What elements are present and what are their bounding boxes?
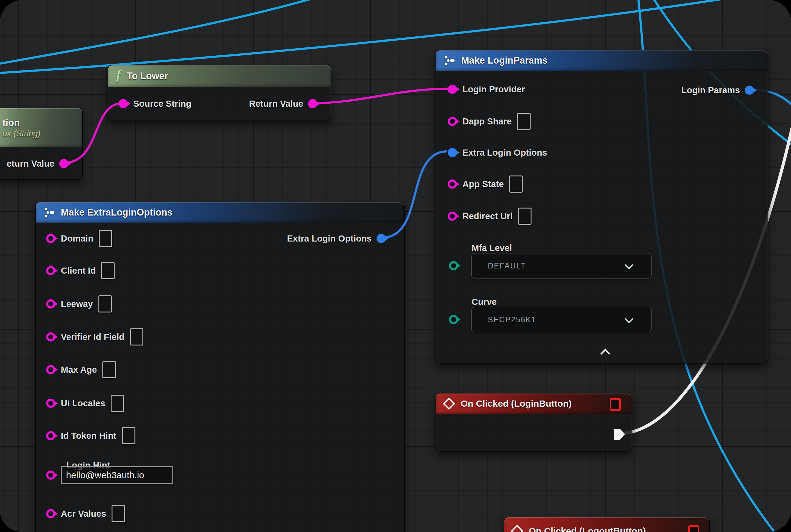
mfa-level-label: Mfa Level — [471, 243, 512, 253]
domain-label: Domain — [61, 233, 93, 244]
ui-locales-label: Ui Locales — [61, 398, 105, 408]
verifier-id-field-label: Verifier Id Field — [61, 332, 124, 342]
getter-return-value-label: eturn Value — [7, 159, 54, 169]
mfa-level-pin[interactable] — [449, 261, 458, 270]
login-hint-input[interactable]: hello@web3auth.io — [61, 466, 173, 484]
extra-login-options-out-pin[interactable] — [377, 234, 386, 243]
extra-login-options-in-label: Extra Login Options — [462, 148, 547, 158]
getter-title: tion — [2, 117, 20, 128]
max-age-value-box[interactable] — [102, 361, 116, 378]
client-id-value-box[interactable] — [101, 262, 115, 279]
login-hint-pin[interactable] — [46, 471, 55, 480]
wire-return-value-to-login-provider — [315, 89, 450, 103]
collapse-node-chevron-icon[interactable] — [600, 348, 610, 359]
acr-values-value-box[interactable] — [112, 505, 125, 522]
make-login-params-title: Make LoginParams — [461, 55, 548, 66]
make-extra-title: Make ExtraLoginOptions — [61, 207, 172, 218]
make-struct-icon — [44, 207, 55, 218]
exec-out-pin[interactable] — [614, 429, 625, 440]
id-token-hint-label: Id Token Hint — [61, 431, 116, 441]
client-id-pin[interactable] — [46, 266, 55, 275]
mfa-level-dropdown[interactable]: DEFAULT — [471, 253, 652, 279]
node-on-clicked-login-button[interactable]: On Clicked (LoginButton) — [436, 393, 632, 452]
leeway-value-box[interactable] — [98, 296, 112, 312]
event-diamond-icon — [443, 397, 456, 410]
acr-values-pin[interactable] — [46, 509, 55, 518]
curve-pin[interactable] — [449, 315, 458, 324]
login-provider-label: Login Provider — [462, 84, 525, 94]
blueprint-canvas[interactable]: tion ox (String) eturn Value f To Lower … — [0, 0, 791, 532]
return-value-pin[interactable] — [308, 99, 317, 108]
login-provider-pin[interactable] — [448, 85, 457, 94]
return-value-label: Return Value — [249, 99, 303, 109]
node-text-getter-partial[interactable]: tion ox (String) eturn Value — [0, 108, 83, 180]
extra-login-options-out-label: Extra Login Options — [287, 233, 372, 244]
curve-dropdown[interactable]: SECP256K1 — [471, 307, 652, 332]
leeway-pin[interactable] — [46, 299, 55, 308]
chevron-down-icon — [625, 315, 633, 323]
id-token-hint-value-box[interactable] — [122, 427, 135, 444]
curve-label: Curve — [471, 297, 497, 307]
ui-locales-value-box[interactable] — [111, 395, 124, 412]
node-to-lower[interactable]: f To Lower Source String Return Value — [108, 65, 331, 120]
max-age-label: Max Age — [61, 365, 97, 375]
mfa-level-value: DEFAULT — [488, 261, 526, 270]
dapp-share-value-box[interactable] — [517, 113, 530, 130]
on-clicked-logout-title: On Clicked (LogoutButton) — [529, 526, 646, 532]
event-diamond-icon — [511, 525, 524, 532]
source-string-label: Source String — [133, 99, 191, 109]
getter-return-value-pin[interactable] — [59, 159, 69, 168]
app-state-label: App State — [462, 179, 504, 189]
extra-login-options-in-pin[interactable] — [448, 148, 457, 157]
function-icon: f — [116, 69, 121, 82]
node-make-extra-login-options[interactable]: Make ExtraLoginOptions Domain Extra Logi… — [35, 202, 405, 532]
verifier-id-field-pin[interactable] — [46, 332, 55, 342]
app-state-value-box[interactable] — [509, 175, 523, 193]
node-on-clicked-logout-button[interactable]: On Clicked (LogoutButton) — [504, 517, 710, 532]
app-state-pin[interactable] — [448, 179, 457, 189]
on-clicked-login-title: On Clicked (LoginButton) — [461, 398, 572, 409]
delegate-pin[interactable] — [610, 398, 621, 411]
client-id-label: Client Id — [61, 266, 96, 276]
node-make-login-params[interactable]: Make LoginParams Login Provider Login Pa… — [436, 50, 768, 363]
leeway-label: Leeway — [61, 299, 93, 309]
acr-values-label: Acr Values — [61, 509, 106, 519]
source-string-pin[interactable] — [119, 99, 128, 108]
dapp-share-label: Dapp Share — [462, 116, 512, 127]
domain-pin[interactable] — [46, 234, 55, 243]
login-params-out-label: Login Params — [681, 85, 740, 95]
login-params-out-pin[interactable] — [745, 86, 754, 95]
wire-blue-diagonal-1 — [0, 0, 331, 65]
dapp-share-pin[interactable] — [448, 117, 457, 126]
redirect-url-pin[interactable] — [448, 212, 457, 221]
chevron-down-icon — [625, 261, 633, 269]
getter-subtitle: ox (String) — [2, 129, 41, 138]
id-token-hint-pin[interactable] — [46, 431, 55, 440]
verifier-id-field-value-box[interactable] — [130, 328, 143, 345]
ui-locales-pin[interactable] — [46, 399, 55, 408]
domain-value-box[interactable] — [99, 230, 112, 247]
curve-value: SECP256K1 — [488, 315, 536, 324]
to-lower-title: To Lower — [127, 71, 168, 82]
redirect-url-label: Redirect Url — [462, 211, 513, 221]
max-age-pin[interactable] — [46, 365, 55, 374]
make-struct-icon — [444, 55, 455, 66]
redirect-url-value-box[interactable] — [518, 208, 532, 225]
delegate-pin[interactable] — [688, 525, 699, 532]
